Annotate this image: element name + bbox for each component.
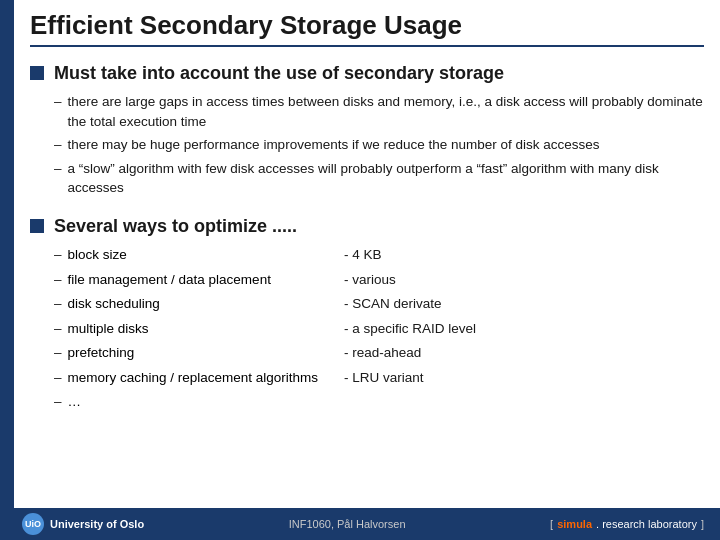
opt-label-text: multiple disks (68, 319, 149, 339)
sub-item-text: a “slow” algorithm with few disk accesse… (68, 159, 704, 198)
dash-icon: – (54, 92, 62, 112)
list-item: – prefetching - read-ahead (54, 343, 704, 363)
sub-item-text: there are large gaps in access times bet… (68, 92, 704, 131)
dash-icon: – (54, 343, 62, 363)
list-item: – block size - 4 KB (54, 245, 704, 265)
opt-value-text: - various (344, 270, 396, 290)
list-item: – a “slow” algorithm with few disk acces… (54, 159, 704, 198)
opt-label: – prefetching (54, 343, 344, 363)
footer-bar: UiO University of Oslo INF1060, Pål Halv… (0, 508, 720, 540)
opt-label-text: … (68, 392, 82, 412)
opt-label: – disk scheduling (54, 294, 344, 314)
dash-icon: – (54, 245, 62, 265)
list-item: – there are large gaps in access times b… (54, 92, 704, 131)
dash-icon: – (54, 368, 62, 388)
section2-bullet: Several ways to optimize ..... (30, 216, 704, 237)
opt-label-text: file management / data placement (68, 270, 271, 290)
list-item: – multiple disks - a specific RAID level (54, 319, 704, 339)
opt-label: – memory caching / replacement algorithm… (54, 368, 344, 388)
list-item: – there may be huge performance improvem… (54, 135, 704, 155)
research-label: . research laboratory (596, 518, 697, 530)
footer-course: INF1060, Pål Halvorsen (289, 518, 406, 530)
dash-icon: – (54, 135, 62, 155)
list-item: – file management / data placement - var… (54, 270, 704, 290)
list-item: – memory caching / replacement algorithm… (54, 368, 704, 388)
footer-right: [ simula . research laboratory ] (550, 518, 704, 530)
list-item: – disk scheduling - SCAN derivate (54, 294, 704, 314)
opt-label: – multiple disks (54, 319, 344, 339)
dash-icon: – (54, 159, 62, 179)
section-1: Must take into account the use of second… (30, 63, 704, 198)
optimize-table: – block size - 4 KB – file management / … (54, 245, 704, 412)
bullet-square-icon (30, 66, 44, 80)
section-2: Several ways to optimize ..... – block s… (30, 216, 704, 412)
bracket-left: [ (550, 518, 553, 530)
section2-heading: Several ways to optimize ..... (54, 216, 297, 237)
opt-value-text: - LRU variant (344, 368, 424, 388)
opt-label-text: disk scheduling (68, 294, 160, 314)
section1-heading: Must take into account the use of second… (54, 63, 504, 84)
opt-value-text: - SCAN derivate (344, 294, 442, 314)
opt-label-text: block size (68, 245, 127, 265)
dash-icon: – (54, 392, 62, 412)
page-title: Efficient Secondary Storage Usage (30, 10, 704, 47)
main-content: Efficient Secondary Storage Usage Must t… (22, 0, 720, 440)
bullet-square-icon (30, 219, 44, 233)
simula-label: simula (557, 518, 592, 530)
bracket-right: ] (701, 518, 704, 530)
dash-icon: – (54, 319, 62, 339)
opt-label-text: memory caching / replacement algorithms (68, 368, 319, 388)
university-name: University of Oslo (50, 518, 144, 530)
list-item: – … (54, 392, 704, 412)
university-logo: UiO (22, 513, 44, 535)
sub-item-text: there may be huge performance improvemen… (68, 135, 600, 155)
opt-value-text: - a specific RAID level (344, 319, 476, 339)
opt-label-text: prefetching (68, 343, 135, 363)
opt-label: – block size (54, 245, 344, 265)
dash-icon: – (54, 294, 62, 314)
section1-bullet: Must take into account the use of second… (30, 63, 704, 84)
side-bar-decoration (0, 0, 14, 540)
logo-text: UiO (25, 519, 41, 529)
dash-icon: – (54, 270, 62, 290)
opt-value-text: - read-ahead (344, 343, 421, 363)
footer-left: UiO University of Oslo (22, 513, 144, 535)
opt-value-text: - 4 KB (344, 245, 382, 265)
section1-sub-items: – there are large gaps in access times b… (54, 92, 704, 198)
opt-label: – … (54, 392, 344, 412)
opt-label: – file management / data placement (54, 270, 344, 290)
